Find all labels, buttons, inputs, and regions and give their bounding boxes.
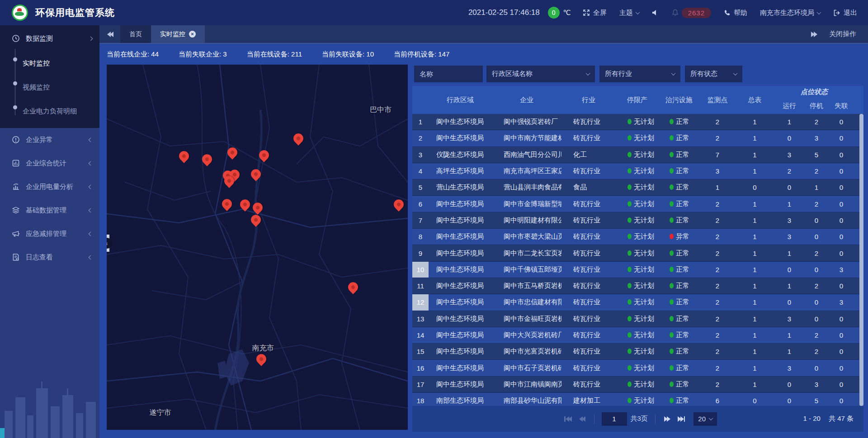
map-pin-icon[interactable] (251, 215, 261, 225)
map-pin-icon[interactable] (222, 199, 232, 209)
table-scrollbar[interactable] (859, 114, 863, 406)
sidebar-subitem[interactable]: 视频监控 (0, 75, 99, 99)
status-select[interactable]: 所有状态 (685, 66, 742, 82)
map-pin-icon[interactable] (179, 151, 189, 161)
map-pin-icon[interactable] (251, 169, 261, 179)
map-pin-icon[interactable] (227, 147, 237, 157)
cell-production-status: 无计划 (616, 364, 659, 372)
cell-lost-count: 3 (828, 266, 854, 273)
cell-meter-count: 1 (736, 233, 774, 240)
region-select[interactable]: 行政区域名称 (486, 66, 595, 82)
fullscreen-button[interactable]: 全屏 (583, 9, 607, 17)
table-row[interactable]: 7阆中生态环境局阆中明阳建材有限公司砖瓦行业无计划正常21300 (412, 212, 863, 229)
theme-dropdown[interactable]: 主题 (619, 9, 639, 17)
cell-monitor-count: 2 (699, 298, 736, 306)
cell-stop-count: 1 (805, 184, 828, 191)
table-row[interactable]: 12阆中生态环境局阆中市忠信建材有限公砖瓦行业无计划正常21003 (412, 294, 863, 311)
sidebar-item-2[interactable]: 企业综合统计 (0, 151, 99, 175)
cell-company: 阆中千佛镇五郎垭页岩 (492, 265, 561, 274)
map-pin-icon[interactable] (224, 176, 234, 186)
sidebar-subitem[interactable]: 实时监控 (0, 52, 99, 75)
cell-meter-count: 1 (736, 217, 774, 224)
table-row[interactable]: 10阆中生态环境局阆中千佛镇五郎垭页岩砖瓦行业无计划正常21003 (412, 262, 863, 278)
table-row[interactable]: 5营山生态环境局营山县润丰肉食品有限食品无计划正常10010 (412, 179, 863, 196)
cell-production-status: 无计划 (616, 282, 659, 290)
cell-lost-count: 0 (828, 184, 854, 191)
cell-production-status: 无计划 (616, 232, 659, 241)
cell-company: 阆中市二龙长宝页岩砖 (492, 249, 561, 258)
prev-page-button[interactable] (579, 416, 585, 422)
table-row[interactable]: 18南部生态环境局南部县砂华山泥有限公建材加工无计划正常60050 (412, 393, 863, 406)
tab-realtime-monitor[interactable]: 实时监控 × (151, 25, 205, 43)
sidebar-subitem[interactable]: 企业电力负荷明细 (0, 99, 99, 123)
sidebar-subitem-label: 企业电力负荷明细 (23, 107, 77, 116)
mute-button[interactable] (652, 9, 659, 16)
sidebar-item-6[interactable]: 日志查看 (0, 245, 99, 269)
logout-button[interactable]: 退出 (833, 9, 857, 17)
table-row[interactable]: 1阆中生态环境局阆中强锐页岩砖厂砖瓦行业无计划正常21120 (412, 114, 863, 130)
alarm-area[interactable]: 2632 (672, 8, 711, 18)
table-row[interactable]: 6阆中生态环境局阆中市金博瑞新型墙材砖瓦行业无计划正常21120 (412, 196, 863, 212)
status-dot-icon (670, 234, 674, 239)
status-dot-icon (627, 365, 632, 371)
table-row[interactable]: 11阆中生态环境局阆中市五马桥页岩机砖砖瓦行业无计划正常21120 (412, 278, 863, 294)
cell-meter-count: 1 (736, 151, 774, 159)
map-pin-icon[interactable] (253, 203, 263, 213)
cell-region: 阆中生态环境局 (429, 298, 492, 306)
map-pin-icon[interactable] (348, 282, 358, 292)
cell-run-count: 0 (774, 381, 805, 388)
cell-stop-count: 2 (805, 200, 828, 208)
table-row[interactable]: 2阆中生态环境局阆中市南方节能建材有砖瓦行业无计划正常21030 (412, 130, 863, 146)
page-size-select[interactable]: 20 (693, 412, 717, 426)
chevron-down-icon (671, 71, 676, 75)
cell-run-count: 1 (774, 331, 805, 339)
map-pin-icon[interactable] (256, 354, 266, 364)
help-button[interactable]: 帮助 (724, 9, 747, 17)
stats-bar: 当前在线企业: 44当前失联企业: 3当前在线设备: 211当前失联设备: 10… (107, 44, 449, 65)
next-page-button[interactable] (665, 416, 670, 422)
sidebar-item-5[interactable]: 应急减排管理 (0, 222, 99, 245)
first-page-button[interactable] (564, 416, 571, 422)
sidebar-item-label: 基础数据管理 (26, 206, 66, 215)
tab-close-icon[interactable]: × (189, 31, 196, 38)
table-row[interactable]: 8阆中生态环境局阆中市枣碧大梁山页岩砖瓦行业无计划异常21300 (412, 229, 863, 245)
map-pin-icon[interactable] (202, 154, 212, 164)
cell-stop-count: 0 (805, 217, 828, 224)
cell-region: 阆中生态环境局 (429, 265, 492, 274)
sidebar-item-0[interactable]: 数据监测 (0, 25, 99, 52)
cell-company: 阆中市金福旺页岩机砖 (492, 315, 561, 323)
cell-lost-count: 0 (828, 315, 854, 323)
table-row[interactable]: 14阆中生态环境局阆中大兴页岩机砖厂砖瓦行业无计划正常21120 (412, 327, 863, 344)
row-index: 15 (412, 344, 429, 359)
table-row[interactable]: 17阆中生态环境局阆中市江南镇阆南页岩砖瓦行业无计划正常21030 (412, 377, 863, 393)
map-canvas[interactable]: 巴中市南充市遂宁市 ‹ (107, 65, 408, 430)
table-row[interactable]: 15阆中生态环境局阆中市光富页岩机砖厂砖瓦行业无计划正常21120 (412, 344, 863, 360)
cell-meter-count: 1 (736, 348, 774, 355)
org-dropdown[interactable]: 南充市生态环境局 (760, 9, 821, 17)
map-pin-icon[interactable] (394, 199, 404, 209)
table-row[interactable]: 3仪陇生态环境局西南油气田分公司川中化工无计划正常71350 (412, 147, 863, 163)
map-pin-icon[interactable] (293, 133, 303, 143)
table-row[interactable]: 13阆中生态环境局阆中市金福旺页岩机砖砖瓦行业无计划正常21300 (412, 311, 863, 327)
close-operations-button[interactable]: 关闭操作 (829, 30, 856, 38)
tabs-scroll-right-button double-chevron-right-icon[interactable] (812, 32, 817, 37)
pagination-bar: 共3页 20 1 - 20 共 47 条 (412, 406, 863, 432)
cell-monitor-count: 2 (699, 364, 736, 372)
sidebar-item-1[interactable]: 企业异常 (0, 128, 99, 151)
panel-collapse-handle[interactable]: ‹ (107, 235, 109, 252)
name-search-input[interactable] (414, 66, 483, 82)
page-number-input[interactable] (602, 412, 627, 426)
map-pin-icon[interactable] (240, 199, 250, 209)
tab-home[interactable]: 首页 (120, 25, 151, 43)
status-dot-icon (670, 217, 674, 223)
industry-select[interactable]: 所有行业 (599, 66, 680, 82)
table-row[interactable]: 9阆中生态环境局阆中市二龙长宝页岩砖砖瓦行业无计划正常21120 (412, 245, 863, 261)
cell-facility-status: 正常 (659, 183, 699, 192)
last-page-button[interactable] (679, 416, 685, 422)
sidebar-item-3[interactable]: 企业用电量分析 (0, 175, 99, 198)
tabs-scroll-left-button[interactable] (99, 25, 120, 43)
table-row[interactable]: 16阆中生态环境局阆中市石子页岩机砖厂砖瓦行业无计划正常21300 (412, 360, 863, 376)
map-pin-icon[interactable] (259, 150, 269, 160)
table-row[interactable]: 4高坪生态环境局南充市高坪区王家店建砖瓦行业无计划正常31220 (412, 163, 863, 179)
sidebar-item-4[interactable]: 基础数据管理 (0, 198, 99, 222)
